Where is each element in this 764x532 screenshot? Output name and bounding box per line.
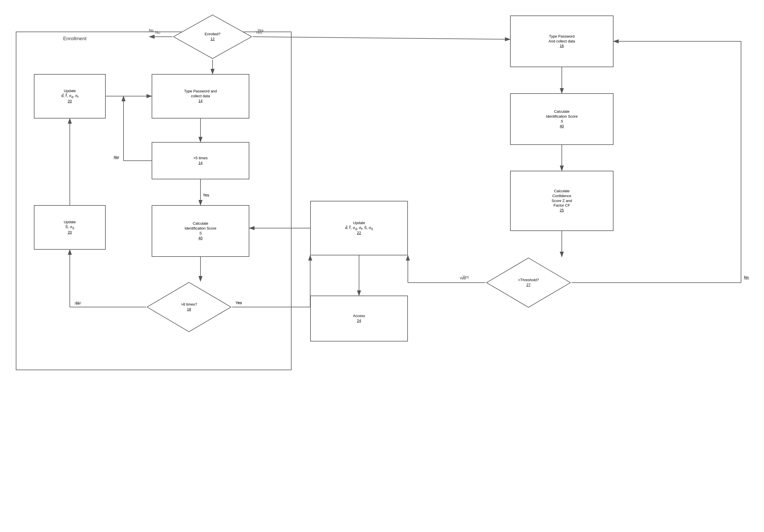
access-24-box: Access 24 [310, 296, 408, 341]
greater8-times-diamond: >8 times? 18 [146, 281, 232, 333]
type-password-14-box: Type Password andcollect data 14 [152, 74, 249, 118]
no-enrolled-label: No [149, 28, 154, 33]
update-df-20-box: Updated̂, f̂, σd, σf 20 [34, 74, 106, 118]
type-password-16-ref: 16 [560, 44, 564, 49]
no-5times-label: No [114, 155, 119, 159]
calc-id-score-40-left-label: CalculateIdentification ScoreS [185, 221, 217, 236]
greater5-times-box: >5 times 14 [152, 142, 249, 179]
enrolled-ref: 12 [205, 37, 221, 42]
update-all-22-ref: 22 [357, 231, 361, 236]
threshold-27-diamond: >Threshold? 27 [485, 257, 572, 309]
enrollment-label: Enrollment [63, 36, 87, 42]
enrolled-label: Enrolled? [205, 32, 221, 37]
yes-8times-label: Yes [236, 301, 242, 305]
greater5-ref: 14 [198, 161, 203, 166]
access-24-ref: 24 [357, 319, 361, 324]
enrolled-diamond: Enrolled? 12 [172, 14, 253, 60]
update-df-20-ref: 20 [68, 99, 72, 104]
yes-5times-label: Yes [203, 193, 209, 197]
greater8-label: >8 times? [181, 302, 197, 307]
type-password-14-ref: 14 [198, 99, 203, 104]
no-8times-label: No [75, 301, 80, 306]
calc-conf-score-25-ref: 25 [560, 208, 564, 213]
type-password-16-label: Type PasswordAnd collect data [549, 34, 575, 44]
type-password-14-label: Type Password andcollect data [184, 89, 217, 99]
calc-id-score-40-right-label: CalculateIdentification ScoreS [546, 109, 578, 124]
calc-conf-score-25-label: CalculateConfidenceScore Z andFactor CF [552, 189, 572, 208]
access-24-label: Access [353, 314, 365, 319]
update-all-22-box: Updated̂, f̂, σd, σf, Ŝ, σS 22 [310, 201, 408, 255]
calc-id-score-40-left-ref: 40 [198, 236, 203, 241]
threshold-ref: 27 [518, 283, 539, 288]
calc-id-score-40-right-box: CalculateIdentification ScoreS 40 [510, 93, 614, 145]
greater8-ref: 18 [181, 307, 197, 312]
type-password-16-box: Type PasswordAnd collect data 16 [510, 16, 614, 67]
update-s-20-box: UpdateŜ, σS 20 [34, 205, 106, 250]
update-s-20-label: UpdateŜ, σS [64, 220, 76, 230]
yes-threshold-label: Yes [460, 276, 466, 280]
greater5-label: >5 times [193, 156, 208, 161]
update-s-20-ref: 20 [68, 230, 72, 235]
calc-id-score-40-left-box: CalculateIdentification ScoreS 40 [152, 205, 249, 257]
update-all-22-label: Updated̂, f̂, σd, σf, Ŝ, σS [345, 221, 373, 231]
yes-enrolled-label: Yes [257, 28, 264, 33]
update-df-20-label: Updated̂, f̂, σd, σf [61, 89, 79, 99]
diagram-container: Enrollment Enrolled? 12 Type PasswordAnd… [0, 0, 764, 532]
calc-conf-score-25-box: CalculateConfidenceScore Z andFactor CF … [510, 171, 614, 231]
no-threshold-label: No [744, 275, 749, 279]
calc-id-score-40-right-ref: 40 [560, 124, 564, 129]
threshold-label: >Threshold? [518, 278, 539, 283]
